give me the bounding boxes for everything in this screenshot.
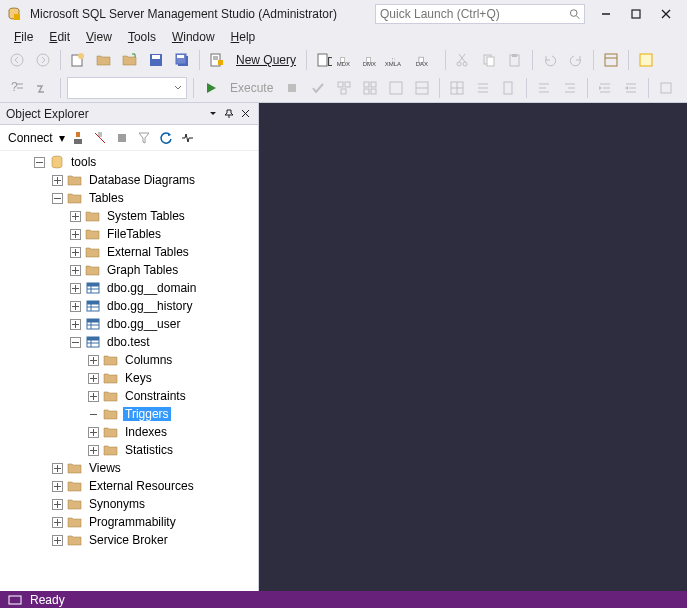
expand-icon[interactable] (70, 301, 81, 312)
collapse-icon[interactable] (52, 193, 63, 204)
expand-icon[interactable] (70, 211, 81, 222)
disconnect-icon[interactable] (91, 129, 109, 147)
cut-button[interactable] (452, 49, 474, 71)
menu-tools[interactable]: Tools (120, 28, 164, 46)
expand-icon[interactable] (52, 535, 63, 546)
panel-dropdown-icon[interactable] (206, 107, 220, 121)
tree-db-tools[interactable]: tools (0, 153, 258, 171)
stop-icon[interactable] (113, 129, 131, 147)
tree-sb[interactable]: Service Broker (0, 531, 258, 549)
uncomment-button[interactable] (559, 77, 581, 99)
connect-obj-icon[interactable] (69, 129, 87, 147)
menu-file[interactable]: File (6, 28, 41, 46)
expand-icon[interactable] (70, 319, 81, 330)
panel-close-icon[interactable] (238, 107, 252, 121)
expand-icon[interactable] (52, 517, 63, 528)
expand-icon[interactable] (88, 427, 99, 438)
de-button[interactable]: DE (313, 49, 335, 71)
expand-icon[interactable] (88, 445, 99, 456)
stop-button[interactable] (281, 77, 303, 99)
menu-view[interactable]: View (78, 28, 120, 46)
tree-table-domain[interactable]: dbo.gg__domain (0, 279, 258, 297)
stats2-button[interactable] (411, 77, 433, 99)
expand-icon[interactable] (88, 355, 99, 366)
results-file-button[interactable] (498, 77, 520, 99)
tree-table-user[interactable]: dbo.gg__user (0, 315, 258, 333)
stats1-button[interactable] (385, 77, 407, 99)
maximize-button[interactable] (621, 0, 651, 28)
tree-table-history[interactable]: dbo.gg__history (0, 297, 258, 315)
tree-table-test[interactable]: dbo.test (0, 333, 258, 351)
tree-tables[interactable]: Tables (0, 189, 258, 207)
tree-views[interactable]: Views (0, 459, 258, 477)
expand-icon[interactable] (52, 463, 63, 474)
params-button[interactable]: ? (6, 77, 28, 99)
execute-icon[interactable] (200, 77, 222, 99)
nav-fwd-button[interactable] (32, 49, 54, 71)
tree-keys[interactable]: Keys (0, 369, 258, 387)
expand-icon[interactable] (52, 175, 63, 186)
database-combo[interactable] (67, 77, 187, 99)
save-button[interactable] (145, 49, 167, 71)
redo-button[interactable] (565, 49, 587, 71)
results-grid-button[interactable] (446, 77, 468, 99)
tree-constraints[interactable]: Constraints (0, 387, 258, 405)
open2-button[interactable] (119, 49, 141, 71)
activity-icon[interactable] (179, 129, 197, 147)
parse-button[interactable] (307, 77, 329, 99)
tree-statistics[interactable]: Statistics (0, 441, 258, 459)
tree-systables[interactable]: System Tables (0, 207, 258, 225)
dmx-button[interactable]: DMX (365, 49, 387, 71)
pin-icon[interactable] (222, 107, 236, 121)
outdent-button[interactable] (620, 77, 642, 99)
activity-button[interactable] (635, 49, 657, 71)
find-button[interactable] (600, 49, 622, 71)
expand-icon[interactable] (70, 229, 81, 240)
tree-exttables[interactable]: External Tables (0, 243, 258, 261)
tree-indexes[interactable]: Indexes (0, 423, 258, 441)
collapse-icon[interactable] (70, 337, 81, 348)
minimize-button[interactable] (591, 0, 621, 28)
tree-triggers[interactable]: Triggers (0, 405, 258, 423)
dax-button[interactable]: DAX (417, 49, 439, 71)
mdx-button[interactable]: MDX (339, 49, 361, 71)
results-text-button[interactable] (472, 77, 494, 99)
tree-prog[interactable]: Programmability (0, 513, 258, 531)
open-button[interactable] (93, 49, 115, 71)
indent-button[interactable] (594, 77, 616, 99)
tree-extres[interactable]: External Resources (0, 477, 258, 495)
expand-icon[interactable] (52, 499, 63, 510)
undo-button[interactable] (539, 49, 561, 71)
tree-graphtables[interactable]: Graph Tables (0, 261, 258, 279)
expand-icon[interactable] (88, 391, 99, 402)
close-button[interactable] (651, 0, 681, 28)
refresh-icon[interactable] (157, 129, 175, 147)
execute-label[interactable]: Execute (226, 81, 277, 95)
spec-button[interactable] (655, 77, 677, 99)
quick-launch-input[interactable] (380, 7, 569, 21)
copy-button[interactable] (478, 49, 500, 71)
comment-button[interactable] (533, 77, 555, 99)
xmla-button[interactable]: XMLA (391, 49, 413, 71)
rs-button[interactable] (32, 77, 54, 99)
object-explorer-tree[interactable]: tools Database Diagrams Tables System Ta… (0, 151, 258, 591)
menu-edit[interactable]: Edit (41, 28, 78, 46)
expand-icon[interactable] (70, 265, 81, 276)
expand-icon[interactable] (88, 373, 99, 384)
new-query-label[interactable]: New Query (232, 53, 300, 67)
new-project-button[interactable] (67, 49, 89, 71)
filter-icon[interactable] (135, 129, 153, 147)
save-all-button[interactable] (171, 49, 193, 71)
plan1-button[interactable] (333, 77, 355, 99)
quick-launch[interactable] (375, 4, 585, 24)
expand-icon[interactable] (52, 481, 63, 492)
tree-filetables[interactable]: FileTables (0, 225, 258, 243)
nav-back-button[interactable] (6, 49, 28, 71)
paste-button[interactable] (504, 49, 526, 71)
connect-button[interactable]: Connect (6, 131, 55, 145)
expand-icon[interactable] (70, 283, 81, 294)
tree-synonyms[interactable]: Synonyms (0, 495, 258, 513)
tree-columns[interactable]: Columns (0, 351, 258, 369)
menu-help[interactable]: Help (223, 28, 264, 46)
connect-chev-icon[interactable]: ▾ (59, 131, 65, 145)
